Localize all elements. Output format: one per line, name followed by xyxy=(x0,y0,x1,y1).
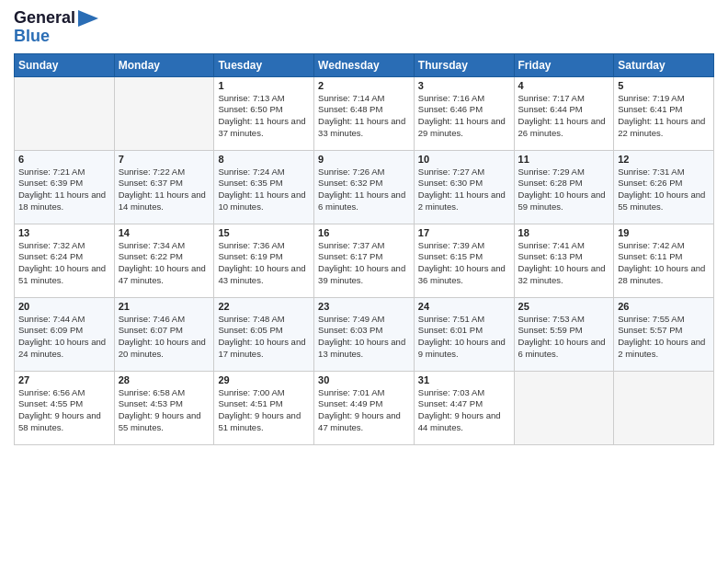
calendar-cell xyxy=(15,76,115,150)
day-number: 2 xyxy=(318,80,410,91)
day-detail: Sunrise: 6:56 AMSunset: 4:55 PMDaylight:… xyxy=(18,387,110,434)
calendar-cell: 25Sunrise: 7:53 AMSunset: 5:59 PMDayligh… xyxy=(514,297,614,371)
day-number: 25 xyxy=(518,301,610,312)
col-header-sunday: Sunday xyxy=(15,53,115,76)
day-number: 29 xyxy=(218,374,310,385)
day-number: 11 xyxy=(518,154,610,165)
calendar-cell: 9Sunrise: 7:26 AMSunset: 6:32 PMDaylight… xyxy=(314,150,415,224)
calendar-cell: 17Sunrise: 7:39 AMSunset: 6:15 PMDayligh… xyxy=(414,224,514,297)
day-detail: Sunrise: 7:55 AMSunset: 5:57 PMDaylight:… xyxy=(618,314,710,361)
day-number: 10 xyxy=(418,154,510,165)
day-detail: Sunrise: 7:01 AMSunset: 4:49 PMDaylight:… xyxy=(318,387,410,434)
day-number: 20 xyxy=(18,301,110,312)
calendar-cell: 1Sunrise: 7:13 AMSunset: 6:50 PMDaylight… xyxy=(214,76,314,150)
calendar-cell: 27Sunrise: 6:56 AMSunset: 4:55 PMDayligh… xyxy=(15,371,115,444)
calendar-week-row: 27Sunrise: 6:56 AMSunset: 4:55 PMDayligh… xyxy=(15,371,714,444)
day-detail: Sunrise: 7:29 AMSunset: 6:28 PMDaylight:… xyxy=(518,167,610,213)
calendar-cell: 21Sunrise: 7:46 AMSunset: 6:07 PMDayligh… xyxy=(114,297,214,371)
day-number: 17 xyxy=(418,227,510,238)
day-number: 22 xyxy=(218,301,310,312)
calendar-week-row: 6Sunrise: 7:21 AMSunset: 6:39 PMDaylight… xyxy=(15,150,714,224)
day-detail: Sunrise: 7:44 AMSunset: 6:09 PMDaylight:… xyxy=(18,314,110,361)
day-number: 16 xyxy=(318,227,410,238)
calendar-cell: 12Sunrise: 7:31 AMSunset: 6:26 PMDayligh… xyxy=(614,150,714,224)
day-detail: Sunrise: 7:53 AMSunset: 5:59 PMDaylight:… xyxy=(518,314,610,361)
svg-marker-0 xyxy=(78,10,98,27)
day-number: 7 xyxy=(119,154,210,165)
calendar-cell: 18Sunrise: 7:41 AMSunset: 6:13 PMDayligh… xyxy=(514,224,614,297)
calendar-table: SundayMondayTuesdayWednesdayThursdayFrid… xyxy=(14,53,714,445)
day-detail: Sunrise: 7:41 AMSunset: 6:13 PMDaylight:… xyxy=(518,240,610,287)
calendar-cell: 7Sunrise: 7:22 AMSunset: 6:37 PMDaylight… xyxy=(114,150,214,224)
day-number: 9 xyxy=(318,154,410,165)
calendar-cell: 6Sunrise: 7:21 AMSunset: 6:39 PMDaylight… xyxy=(15,150,115,224)
calendar-cell: 5Sunrise: 7:19 AMSunset: 6:41 PMDaylight… xyxy=(614,76,714,150)
day-number: 18 xyxy=(518,227,610,238)
calendar-week-row: 1Sunrise: 7:13 AMSunset: 6:50 PMDaylight… xyxy=(15,76,714,150)
day-detail: Sunrise: 7:14 AMSunset: 6:48 PMDaylight:… xyxy=(318,93,410,140)
page: General Blue SundayMondayTuesdayWednesda… xyxy=(0,0,728,563)
day-detail: Sunrise: 7:46 AMSunset: 6:07 PMDaylight:… xyxy=(119,314,210,361)
col-header-monday: Monday xyxy=(114,53,214,76)
day-number: 27 xyxy=(18,374,110,385)
calendar-cell xyxy=(114,76,214,150)
day-number: 19 xyxy=(618,227,710,238)
day-detail: Sunrise: 7:37 AMSunset: 6:17 PMDaylight:… xyxy=(318,240,410,287)
day-number: 1 xyxy=(218,80,310,91)
day-detail: Sunrise: 7:00 AMSunset: 4:51 PMDaylight:… xyxy=(218,387,310,434)
day-number: 26 xyxy=(618,301,710,312)
day-number: 28 xyxy=(119,374,210,385)
day-detail: Sunrise: 7:31 AMSunset: 6:26 PMDaylight:… xyxy=(618,167,710,213)
day-number: 8 xyxy=(218,154,310,165)
day-detail: Sunrise: 7:24 AMSunset: 6:35 PMDaylight:… xyxy=(218,167,310,213)
col-header-wednesday: Wednesday xyxy=(314,53,415,76)
day-number: 3 xyxy=(418,80,510,91)
day-detail: Sunrise: 7:36 AMSunset: 6:19 PMDaylight:… xyxy=(218,240,310,287)
day-detail: Sunrise: 7:13 AMSunset: 6:50 PMDaylight:… xyxy=(218,93,310,140)
day-detail: Sunrise: 7:27 AMSunset: 6:30 PMDaylight:… xyxy=(418,167,510,213)
day-number: 30 xyxy=(318,374,410,385)
calendar-cell: 15Sunrise: 7:36 AMSunset: 6:19 PMDayligh… xyxy=(214,224,314,297)
calendar-cell: 11Sunrise: 7:29 AMSunset: 6:28 PMDayligh… xyxy=(514,150,614,224)
col-header-saturday: Saturday xyxy=(614,53,714,76)
day-detail: Sunrise: 7:19 AMSunset: 6:41 PMDaylight:… xyxy=(618,93,710,140)
day-detail: Sunrise: 7:39 AMSunset: 6:15 PMDaylight:… xyxy=(418,240,510,287)
day-number: 15 xyxy=(218,227,310,238)
calendar-cell: 29Sunrise: 7:00 AMSunset: 4:51 PMDayligh… xyxy=(214,371,314,444)
logo-text-general: General xyxy=(14,9,75,28)
col-header-friday: Friday xyxy=(514,53,614,76)
calendar-cell: 23Sunrise: 7:49 AMSunset: 6:03 PMDayligh… xyxy=(314,297,415,371)
col-header-thursday: Thursday xyxy=(414,53,514,76)
day-detail: Sunrise: 7:48 AMSunset: 6:05 PMDaylight:… xyxy=(218,314,310,361)
calendar-cell xyxy=(514,371,614,444)
calendar-cell: 3Sunrise: 7:16 AMSunset: 6:46 PMDaylight… xyxy=(414,76,514,150)
calendar-week-row: 13Sunrise: 7:32 AMSunset: 6:24 PMDayligh… xyxy=(15,224,714,297)
day-detail: Sunrise: 7:22 AMSunset: 6:37 PMDaylight:… xyxy=(119,167,210,213)
day-detail: Sunrise: 7:49 AMSunset: 6:03 PMDaylight:… xyxy=(318,314,410,361)
calendar-cell: 2Sunrise: 7:14 AMSunset: 6:48 PMDaylight… xyxy=(314,76,415,150)
logo: General Blue xyxy=(14,9,98,46)
calendar-cell: 28Sunrise: 6:58 AMSunset: 4:53 PMDayligh… xyxy=(114,371,214,444)
day-detail: Sunrise: 7:51 AMSunset: 6:01 PMDaylight:… xyxy=(418,314,510,361)
calendar-cell: 4Sunrise: 7:17 AMSunset: 6:44 PMDaylight… xyxy=(514,76,614,150)
calendar-cell: 16Sunrise: 7:37 AMSunset: 6:17 PMDayligh… xyxy=(314,224,415,297)
day-number: 23 xyxy=(318,301,410,312)
calendar-cell: 8Sunrise: 7:24 AMSunset: 6:35 PMDaylight… xyxy=(214,150,314,224)
header: General Blue xyxy=(14,9,714,46)
calendar-cell: 24Sunrise: 7:51 AMSunset: 6:01 PMDayligh… xyxy=(414,297,514,371)
day-detail: Sunrise: 7:21 AMSunset: 6:39 PMDaylight:… xyxy=(18,167,110,213)
calendar-cell: 19Sunrise: 7:42 AMSunset: 6:11 PMDayligh… xyxy=(614,224,714,297)
day-number: 6 xyxy=(18,154,110,165)
logo-text-blue: Blue xyxy=(14,28,50,46)
day-detail: Sunrise: 7:26 AMSunset: 6:32 PMDaylight:… xyxy=(318,167,410,213)
day-detail: Sunrise: 7:17 AMSunset: 6:44 PMDaylight:… xyxy=(518,93,610,140)
calendar-cell: 31Sunrise: 7:03 AMSunset: 4:47 PMDayligh… xyxy=(414,371,514,444)
calendar-week-row: 20Sunrise: 7:44 AMSunset: 6:09 PMDayligh… xyxy=(15,297,714,371)
day-number: 5 xyxy=(618,80,710,91)
day-number: 12 xyxy=(618,154,710,165)
calendar-cell: 22Sunrise: 7:48 AMSunset: 6:05 PMDayligh… xyxy=(214,297,314,371)
day-detail: Sunrise: 6:58 AMSunset: 4:53 PMDaylight:… xyxy=(119,387,210,434)
calendar-header-row: SundayMondayTuesdayWednesdayThursdayFrid… xyxy=(15,53,714,76)
calendar-cell xyxy=(614,371,714,444)
day-number: 13 xyxy=(18,227,110,238)
